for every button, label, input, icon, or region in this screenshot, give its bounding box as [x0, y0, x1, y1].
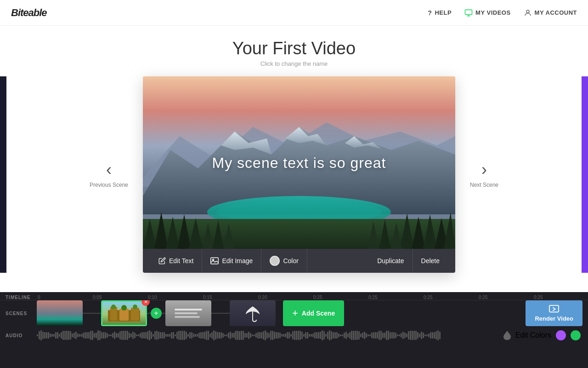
audio-bar: [154, 331, 156, 340]
audio-bar: [382, 333, 384, 338]
audio-bar: [397, 334, 398, 337]
pencil-icon: [158, 257, 166, 264]
videos-icon: [464, 9, 473, 17]
audio-bar: [79, 334, 80, 336]
tick-1: 0:05: [92, 295, 147, 300]
audio-bar: [127, 331, 128, 340]
add-scene-button[interactable]: + Add Scene: [283, 300, 344, 326]
audio-bar: [388, 331, 389, 339]
audio-bar: [261, 332, 262, 339]
audio-bar: [68, 331, 69, 340]
audio-bar: [340, 334, 341, 337]
nav-help[interactable]: ? HELP: [428, 9, 452, 17]
scene-thumb-2[interactable]: [101, 300, 147, 326]
scene-thumb-2-wrapper: ✕: [101, 300, 147, 326]
edit-image-label: Edit Image: [222, 257, 253, 264]
audio-bar: [222, 333, 224, 338]
audio-bar: [402, 332, 404, 339]
audio-bar: [97, 330, 99, 340]
audio-bar: [248, 332, 249, 339]
audio-bar: [226, 334, 227, 336]
audio-bar: [305, 332, 306, 339]
audio-bar: [432, 332, 433, 339]
edit-text-button[interactable]: Edit Text: [150, 249, 202, 273]
audio-bar: [369, 334, 371, 337]
water-drop-icon: [503, 331, 511, 340]
audio-bar: [371, 333, 373, 338]
color-button[interactable]: Color: [261, 249, 307, 273]
audio-bar: [164, 332, 165, 338]
audio-bar: [176, 332, 178, 339]
scene-thumb-1[interactable]: [37, 300, 83, 326]
audio-bar: [70, 331, 71, 339]
audio-bar: [290, 334, 292, 337]
audio-bar: [395, 333, 396, 338]
audio-bar: [48, 332, 49, 339]
color-circle-2[interactable]: [571, 330, 581, 340]
audio-bar: [156, 331, 158, 340]
nav-my-account[interactable]: MY ACCOUNT: [524, 9, 577, 17]
audio-bar: [410, 331, 411, 340]
scene-delete-button[interactable]: ✕: [141, 300, 150, 306]
delete-button[interactable]: Delete: [413, 249, 448, 273]
audio-bar: [46, 332, 47, 339]
add-between-scenes-button[interactable]: +: [151, 308, 162, 319]
audio-bar: [276, 332, 277, 338]
audio-bar: [165, 334, 167, 337]
svg-rect-29: [211, 258, 219, 264]
audio-bar: [437, 330, 439, 340]
audio-row: AUDIO Edit Colors: [0, 326, 588, 345]
add-scene-label: Add Scene: [302, 310, 335, 317]
edit-colors-label[interactable]: Edit Colors: [515, 331, 551, 339]
audio-bar: [327, 332, 328, 339]
duplicate-button[interactable]: Duplicate: [369, 249, 413, 273]
tick-3: 0:15: [202, 295, 257, 300]
audio-bar: [178, 331, 180, 340]
logo[interactable]: Biteable: [11, 7, 47, 19]
audio-bar: [149, 330, 150, 340]
audio-bar: [373, 332, 374, 339]
scene-thumb-4[interactable]: [230, 300, 276, 326]
audio-bar: [184, 331, 185, 340]
audio-bar: [81, 334, 82, 336]
audio-bar: [285, 334, 286, 337]
render-video-button[interactable]: Render Video: [526, 300, 582, 326]
prev-scene-nav[interactable]: ‹ Previous Scene: [75, 161, 143, 188]
tick-7: 0:25: [423, 295, 478, 300]
edit-text-label: Edit Text: [169, 257, 193, 264]
audio-bar: [259, 332, 260, 339]
audio-bar: [125, 331, 126, 340]
audio-bar: [85, 332, 86, 339]
audio-bar: [141, 332, 143, 339]
next-scene-nav[interactable]: › Next Scene: [455, 161, 513, 188]
edit-image-button[interactable]: Edit Image: [202, 249, 261, 273]
audio-bar: [384, 333, 385, 338]
audio-bar: [160, 332, 161, 338]
nav-my-videos[interactable]: MY VIDEOS: [464, 9, 511, 17]
audio-bar: [140, 333, 141, 337]
audio-bar: [162, 332, 163, 339]
color-circle-1[interactable]: [556, 330, 566, 340]
audio-bar: [263, 331, 264, 340]
image-icon: [210, 257, 219, 264]
audio-label: AUDIO: [0, 333, 37, 338]
audio-bar: [434, 332, 435, 339]
audio-bar: [307, 332, 308, 339]
audio-bar: [213, 330, 215, 340]
audio-bar: [215, 331, 216, 339]
scene-thumb-3-wrapper: [165, 300, 211, 326]
video-title[interactable]: Your First Video: [232, 39, 356, 58]
audio-bar: [94, 333, 95, 338]
audio-bar: [169, 334, 170, 337]
audio-bar: [57, 332, 58, 339]
audio-bar: [202, 332, 204, 338]
audio-bar: [171, 332, 172, 339]
audio-bar: [421, 332, 422, 339]
scene-thumb-3[interactable]: [165, 300, 211, 326]
audio-bar: [311, 334, 312, 336]
audio-bar: [143, 332, 145, 339]
audio-bar: [342, 334, 343, 337]
connector-with-plus: +: [147, 313, 165, 314]
bottom-panel: TIMELINE 0 0:05 0:10 0:15 0:20 0:25 0:25…: [0, 292, 588, 368]
audio-bar: [312, 334, 314, 337]
